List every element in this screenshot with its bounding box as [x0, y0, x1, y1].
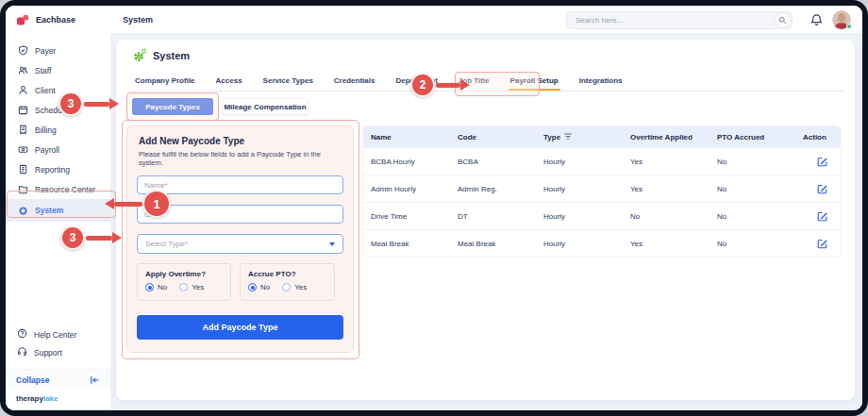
- chevron-down-icon: [329, 242, 335, 246]
- sidebar-item-billing[interactable]: Billing: [6, 120, 110, 140]
- radio-label: Yes: [192, 283, 204, 291]
- cell-type: Hourly: [536, 240, 623, 248]
- radio-label: Yes: [294, 283, 307, 291]
- app-window: Eachbase System Payer: [6, 6, 862, 410]
- table-row: BCBA Hourly BCBA Hourly Yes No: [363, 147, 841, 175]
- search-icon[interactable]: [776, 13, 790, 27]
- sidebar-footer: Help Center Support Collapse therapylake: [6, 325, 110, 410]
- calendar-icon: [17, 105, 28, 116]
- mileage-compensation-button[interactable]: Mileage Compensation: [222, 98, 309, 115]
- column-header-action: Action: [795, 133, 841, 141]
- cell-code: BCBA: [450, 158, 536, 166]
- tabs-divider: [127, 91, 843, 92]
- edit-icon[interactable]: [803, 210, 841, 223]
- brand: Eachbase: [6, 6, 111, 34]
- column-header-pto-accrued: PTO Accrued: [709, 133, 795, 141]
- tab-integrations[interactable]: Integrations: [579, 70, 623, 91]
- column-header-code: Code: [450, 133, 536, 141]
- name-field[interactable]: [137, 175, 343, 194]
- page-title: System: [133, 48, 190, 62]
- breadcrumb: System: [111, 15, 153, 25]
- sidebar-item-client[interactable]: Client: [6, 80, 110, 100]
- table-row: Drive Time DT Hourly No No: [363, 202, 841, 229]
- table-row: Admin Hourly Admin Reg. Hourly Yes No: [363, 175, 841, 202]
- form-description: Please fulfill the below fields to add a…: [139, 150, 345, 167]
- apply-overtime-yes-radio[interactable]: Yes: [179, 283, 204, 291]
- filter-icon[interactable]: [564, 133, 573, 141]
- cell-overtime: Yes: [623, 185, 709, 193]
- edit-icon[interactable]: [803, 238, 841, 250]
- cell-name: Drive Time: [363, 212, 450, 221]
- cell-code: Admin Reg.: [450, 185, 536, 193]
- column-header-name: Name: [363, 133, 450, 141]
- add-paycode-type-button[interactable]: Add Paycode Type: [137, 315, 343, 340]
- collapse-control[interactable]: Collapse: [6, 369, 110, 390]
- type-select-placeholder: Select Type*: [145, 240, 188, 248]
- radio-label: No: [260, 283, 270, 291]
- accrue-pto-no-radio[interactable]: No: [248, 283, 270, 291]
- topbar: Eachbase System: [6, 6, 862, 34]
- notifications-bell-icon[interactable]: [810, 13, 824, 27]
- tab-job-title[interactable]: Job Title: [459, 70, 490, 91]
- sidebar-item-reporting[interactable]: Reporting: [6, 159, 110, 179]
- sidebar-item-label: Client: [35, 86, 56, 95]
- paycode-types-button[interactable]: Paycode Types: [132, 98, 213, 115]
- sidebar-item-staff[interactable]: Staff: [6, 60, 110, 80]
- tab-credentials[interactable]: Credentials: [334, 70, 376, 91]
- cell-pto: No: [709, 158, 795, 166]
- cell-overtime: No: [623, 212, 709, 221]
- apply-overtime-no-radio[interactable]: No: [145, 283, 167, 291]
- sidebar-item-schedule[interactable]: Schedule: [6, 100, 110, 120]
- system-card: System Company Profile Access Service Ty…: [116, 40, 855, 400]
- help-icon: [17, 328, 27, 341]
- edit-icon[interactable]: [803, 156, 841, 168]
- sidebar-item-label: Payer: [35, 46, 56, 56]
- sidebar-item-label: Resource Center: [35, 185, 95, 194]
- sidebar-item-system[interactable]: System: [6, 199, 110, 222]
- receipt-icon: [17, 125, 28, 136]
- accrue-pto-question: Accrue PTO?: [248, 270, 326, 278]
- search-bar: [566, 11, 793, 29]
- code-field[interactable]: [137, 205, 343, 224]
- cell-code: DT: [450, 212, 536, 221]
- sidebar-item-help-center[interactable]: Help Center: [6, 325, 110, 343]
- sidebar-item-support[interactable]: Support: [6, 343, 110, 361]
- collapse-icon: [90, 372, 100, 389]
- headset-icon: [17, 346, 27, 358]
- column-header-overtime-applied: Overtime Applied: [623, 133, 709, 141]
- annotation-highlight-form: Add New Paycode Type Please fulfill the …: [122, 120, 359, 359]
- sidebar-item-payroll[interactable]: Payroll: [6, 140, 110, 159]
- radio-label: No: [158, 283, 167, 291]
- tab-payroll-setup[interactable]: Payroll Setup: [510, 70, 559, 91]
- tab-service-types[interactable]: Service Types: [263, 70, 313, 91]
- edit-icon[interactable]: [803, 183, 841, 195]
- accrue-pto-yes-radio[interactable]: Yes: [282, 283, 307, 291]
- brand-name: Eachbase: [36, 15, 75, 25]
- online-status-dot: [846, 24, 852, 29]
- sidebar-item-label: Staff: [35, 66, 51, 75]
- people-icon: [17, 65, 28, 76]
- screenshot-frame: Eachbase System Payer: [0, 0, 868, 416]
- type-select[interactable]: Select Type*: [137, 234, 343, 254]
- cell-pto: No: [709, 212, 795, 221]
- sidebar: Payer Staff Client Schedule Billing: [6, 34, 111, 410]
- sidebar-item-resource-center[interactable]: Resource Center: [6, 179, 110, 199]
- tab-company-profile[interactable]: Company Profile: [135, 70, 195, 91]
- gear-icon: [133, 48, 147, 62]
- table-header: Name Code Type Overtime Applied PTO Accr…: [363, 126, 841, 147]
- cell-code: Meal Break: [450, 240, 536, 248]
- money-icon: [17, 144, 28, 156]
- therapylake-logo-part1: therapy: [16, 394, 43, 403]
- sidebar-item-payer[interactable]: Payer: [6, 41, 110, 60]
- radio-unselected-icon: [179, 283, 188, 291]
- search-input[interactable]: [567, 16, 776, 25]
- cell-overtime: Yes: [623, 158, 709, 166]
- radio-selected-icon: [248, 283, 257, 291]
- tab-access[interactable]: Access: [216, 70, 242, 91]
- form-title: Add New Paycode Type: [139, 136, 244, 146]
- sidebar-item-label: Billing: [35, 125, 57, 135]
- cell-name: Admin Hourly: [363, 185, 450, 193]
- cell-type: Hourly: [536, 158, 623, 166]
- tab-department[interactable]: Department: [395, 70, 437, 91]
- cell-pto: No: [709, 240, 795, 248]
